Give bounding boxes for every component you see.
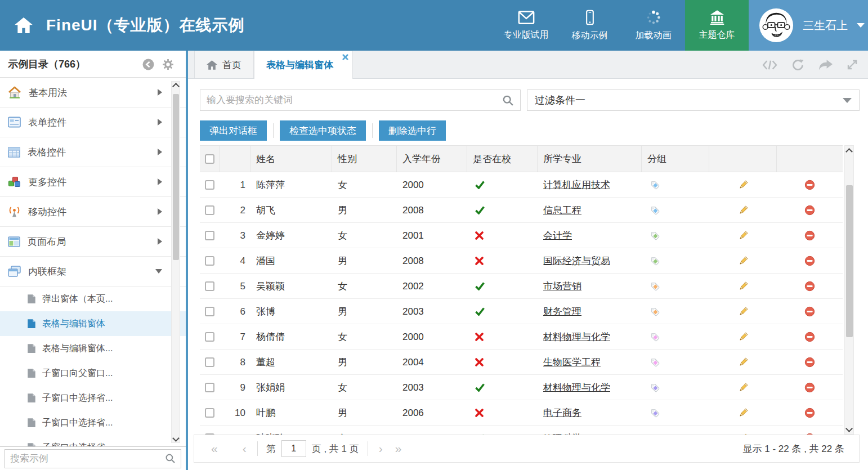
sidebar-search-input[interactable]: [10, 453, 165, 464]
sidebar-subitem-1[interactable]: 表格与编辑窗体: [0, 311, 186, 336]
column-group[interactable]: 分组: [642, 146, 709, 172]
edit-button[interactable]: [738, 230, 749, 241]
sidebar-subitem-3[interactable]: 子窗口向父窗口...: [0, 361, 186, 386]
first-page-button[interactable]: «: [209, 442, 220, 455]
row-checkbox[interactable]: [205, 357, 214, 367]
delete-button[interactable]: [804, 281, 815, 292]
sidebar-item-2[interactable]: 表格控件: [0, 137, 186, 167]
major-link[interactable]: 会计学: [543, 229, 572, 242]
row-checkbox[interactable]: [205, 180, 214, 190]
cell-group: [642, 248, 709, 274]
edit-button[interactable]: [738, 281, 749, 292]
nav-item-mobile[interactable]: 移动示例: [558, 0, 621, 51]
row-checkbox[interactable]: [205, 408, 214, 418]
major-link[interactable]: 电子商务: [543, 406, 581, 419]
row-checkbox[interactable]: [205, 383, 214, 392]
gear-icon[interactable]: [162, 58, 175, 71]
row-checkbox[interactable]: [205, 231, 214, 240]
sidebar-scrollbar[interactable]: [171, 81, 180, 443]
prev-page-button[interactable]: ‹: [240, 442, 249, 455]
close-icon[interactable]: [342, 54, 348, 60]
edit-button[interactable]: [738, 256, 749, 266]
major-link[interactable]: 财务管理: [543, 305, 581, 318]
next-page-button[interactable]: ›: [377, 442, 385, 455]
sidebar-subitem-0[interactable]: 弹出窗体（本页...: [0, 287, 186, 311]
grid-scrollbar[interactable]: [844, 145, 854, 435]
row-checkbox[interactable]: [205, 205, 214, 215]
check-icon: [475, 206, 485, 214]
delete-button[interactable]: [804, 408, 815, 418]
keyword-search-input[interactable]: [207, 95, 502, 106]
sidebar-item-0[interactable]: 基本用法: [0, 78, 186, 108]
chevron-right-icon: [158, 119, 162, 126]
user-menu[interactable]: 三生石上: [749, 0, 868, 51]
sidebar-item-4[interactable]: 移动控件: [0, 197, 186, 227]
cell-name: 叶晓玲: [250, 426, 332, 435]
major-link[interactable]: 材料物理与化学: [543, 330, 610, 343]
expand-icon[interactable]: [847, 59, 858, 70]
delete-rows-button[interactable]: 删除选中行: [379, 120, 446, 141]
code-icon[interactable]: [762, 60, 777, 70]
edit-button[interactable]: [738, 332, 749, 342]
edit-button[interactable]: [738, 306, 749, 317]
column-year[interactable]: 入学年份: [397, 146, 467, 172]
major-link[interactable]: 国际经济与贸易: [543, 254, 610, 267]
cell-checkbox: [200, 274, 220, 299]
edit-button[interactable]: [738, 180, 749, 190]
header-brand: FineUI（专业版）在线示例: [0, 0, 494, 51]
cell-edit: [709, 400, 777, 426]
major-link[interactable]: 材料物理与化学: [543, 381, 610, 394]
collapse-sidebar-icon[interactable]: [142, 58, 155, 71]
nav-item-spinner[interactable]: 加载动画: [621, 0, 685, 51]
edit-button[interactable]: [738, 382, 749, 393]
sidebar-subitem-5[interactable]: 子窗口中选择省...: [0, 410, 186, 435]
delete-button[interactable]: [804, 230, 815, 241]
major-link[interactable]: 信息工程: [543, 204, 581, 217]
sidebar-subitem-4[interactable]: 子窗口中选择省...: [0, 386, 186, 410]
row-checkbox[interactable]: [205, 256, 214, 266]
column-name[interactable]: 姓名: [250, 146, 332, 172]
row-year: 2002: [402, 281, 424, 292]
major-link[interactable]: 市场营销: [543, 280, 581, 293]
window-tools: [762, 51, 858, 79]
column-major[interactable]: 所学专业: [538, 146, 642, 172]
sidebar-item-1[interactable]: 表单控件: [0, 108, 186, 137]
edit-button[interactable]: [738, 205, 749, 216]
delete-button[interactable]: [804, 332, 815, 342]
open-dialog-button[interactable]: 弹出对话框: [200, 120, 267, 141]
delete-button[interactable]: [804, 205, 815, 216]
column-enrolled[interactable]: 是否在校: [467, 146, 538, 172]
page-number-input[interactable]: [281, 440, 306, 457]
search-icon[interactable]: [502, 95, 514, 106]
row-checkbox[interactable]: [205, 281, 214, 291]
edit-button[interactable]: [738, 357, 749, 368]
tab-home[interactable]: 首页: [194, 51, 254, 78]
nav-item-envelope[interactable]: 专业版试用: [494, 0, 558, 51]
delete-button[interactable]: [804, 382, 815, 393]
sidebar-item-6[interactable]: 内联框架: [0, 257, 186, 287]
refresh-icon[interactable]: [791, 59, 804, 71]
sidebar-item-3[interactable]: 更多控件: [0, 167, 186, 197]
check-selection-button[interactable]: 检查选中项状态: [280, 120, 366, 141]
cell-edit: [709, 324, 777, 350]
nav-item-bank[interactable]: 主题仓库: [685, 0, 749, 51]
delete-button[interactable]: [804, 306, 815, 317]
major-link[interactable]: 生物医学工程: [543, 356, 601, 369]
row-checkbox[interactable]: [205, 332, 214, 342]
delete-button[interactable]: [804, 180, 815, 190]
filter-dropdown[interactable]: 过滤条件一: [527, 89, 860, 111]
sidebar-subitem-6[interactable]: 子窗口中选择省: [0, 435, 186, 446]
sidebar-subitem-2[interactable]: 表格与编辑窗体...: [0, 336, 186, 361]
tab-grid-edit-window[interactable]: 表格与编辑窗体: [254, 51, 353, 79]
search-icon[interactable]: [165, 453, 176, 464]
select-all-checkbox[interactable]: [205, 154, 214, 164]
edit-button[interactable]: [738, 408, 749, 418]
delete-button[interactable]: [804, 357, 815, 368]
major-link[interactable]: 计算机应用技术: [543, 178, 610, 191]
sidebar-item-5[interactable]: 页面布局: [0, 227, 186, 257]
forward-icon[interactable]: [818, 60, 833, 70]
last-page-button[interactable]: »: [393, 442, 404, 455]
column-gender[interactable]: 性别: [332, 146, 397, 172]
row-checkbox[interactable]: [205, 307, 214, 316]
delete-button[interactable]: [804, 256, 815, 266]
